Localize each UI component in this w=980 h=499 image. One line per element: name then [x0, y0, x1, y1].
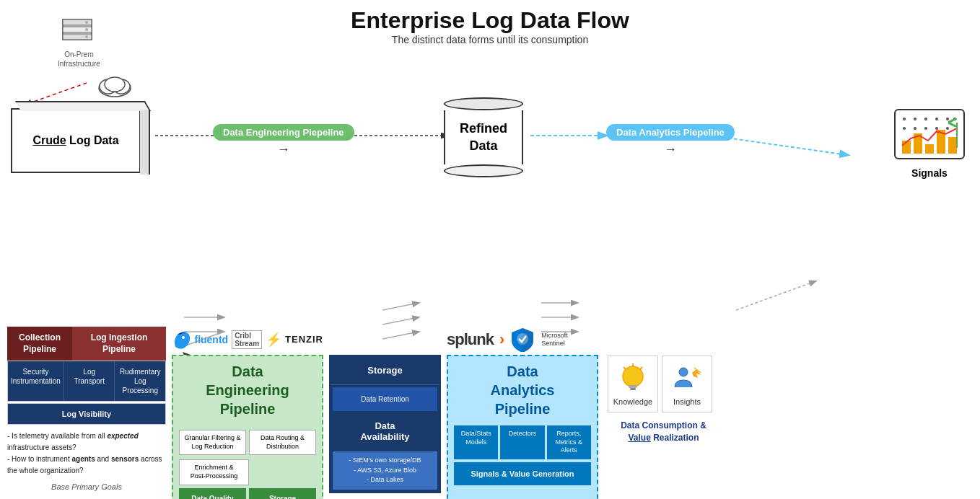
storage-availability-title: DataAvailability	[333, 413, 437, 449]
dap-panel: splunk › MicrosoftSentinel DataAnalytics…	[447, 327, 598, 499]
fluentd-icon	[172, 329, 191, 350]
crude-box-3d-right	[140, 110, 150, 175]
fluentd-label: fluentd	[194, 334, 228, 345]
cloud-icon	[95, 72, 135, 97]
dap-pipeline-text: Data Analytics Piepeline	[606, 124, 735, 141]
page: Enterprise Log Data Flow The distinct da…	[0, 0, 980, 499]
signals-section: Signals	[886, 108, 973, 179]
dap-models: Data/StatsModels	[454, 425, 498, 459]
sentinel-shield-icon	[510, 327, 535, 352]
cp-header-collection: CollectionPipeline	[7, 327, 72, 361]
on-prem-infra: On-PremInfrastructure	[58, 18, 100, 69]
svg-point-40	[946, 127, 949, 130]
signals-label: Signals	[886, 167, 973, 179]
dap-detectors: Detectors	[500, 425, 544, 459]
dep-quality: Data Quality	[179, 488, 246, 499]
cylinder-top-ellipse	[444, 97, 523, 110]
ki-footer: Data Consumption & Value Realization	[608, 420, 719, 444]
crude-suffix: Log Data	[66, 134, 119, 146]
svg-rect-43	[925, 144, 934, 154]
dep-enrichment: Enrichment &Post-Processing	[179, 459, 249, 485]
cp-cells-row: SecurityInstrumentation LogTransport Rud…	[7, 361, 166, 402]
dep-routing: Data Routing &Distribution	[249, 430, 316, 455]
dep-storage-opt: StorageOptimization	[249, 488, 316, 499]
dep-arrow-right: →	[277, 142, 290, 156]
svg-point-37	[914, 127, 916, 130]
svg-point-32	[924, 118, 927, 120]
svg-rect-51	[630, 388, 636, 390]
cp-notes: - Is telemetry available from all expect…	[7, 430, 166, 477]
svg-point-28	[105, 77, 125, 92]
svg-line-53	[640, 367, 642, 369]
dep-pipeline-label: Data Engineering Piepeline →	[213, 124, 354, 157]
sentinel-label: MicrosoftSentinel	[541, 332, 568, 348]
signals-chart-icon	[893, 108, 966, 162]
dep-granular: Granular Filtering &Log Reduction	[179, 430, 246, 455]
cp-log-visibility: Log Visibility	[7, 403, 166, 425]
dap-sub-row: Data/StatsModels Detectors Reports,Metri…	[454, 425, 591, 459]
ki-panel: Knowledge Insights Data Consumption &	[608, 327, 719, 444]
insights-card: Insights	[662, 356, 712, 412]
svg-rect-45	[948, 137, 957, 154]
knowledge-label: Knowledge	[612, 397, 654, 406]
cp-header-row: CollectionPipeline Log Ingestion Pipelin…	[7, 327, 166, 361]
cp-cell-transport: LogTransport	[64, 361, 115, 401]
svg-point-55	[679, 368, 688, 376]
svg-line-15	[736, 281, 815, 310]
dap-pipeline-label: Data Analytics Piepeline →	[606, 124, 735, 157]
on-prem-label: On-PremInfrastructure	[58, 50, 100, 69]
title-section: Enterprise Log Data Flow The distinct da…	[11, 7, 969, 45]
storage-top-label: Storage	[331, 356, 439, 385]
crude-box-wrapper: Crude Log Data	[11, 108, 141, 173]
storage-retention: Data Retention	[333, 387, 437, 411]
svg-point-48	[517, 333, 528, 345]
svg-point-34	[946, 118, 949, 120]
storage-panel: Storage Data Retention DataAvailability …	[329, 327, 441, 493]
dep-title: DataEngineeringPipeline	[206, 362, 289, 418]
svg-point-38	[924, 127, 927, 130]
svg-point-22	[85, 21, 88, 24]
server-icon	[59, 18, 99, 47]
dap-logo-row: splunk › MicrosoftSentinel	[447, 327, 598, 352]
dap-reports: Reports,Metrics &Alerts	[547, 425, 591, 459]
svg-point-39	[935, 127, 938, 130]
svg-point-33	[935, 118, 938, 120]
crude-box: Crude Log Data	[11, 108, 141, 173]
cp-cell-security: SecurityInstrumentation	[8, 361, 64, 401]
refined-cylinder: Refined Data	[444, 97, 523, 177]
storage-availability-items: - SIEM's own storage/DB - AWS S3, Azure …	[333, 451, 437, 490]
dep-main-box: DataEngineeringPipeline Granular Filteri…	[172, 355, 323, 499]
zap-icon: ⚡	[266, 332, 281, 348]
svg-point-35	[953, 118, 956, 120]
storage-main-box: Storage Data Retention DataAvailability …	[329, 355, 441, 493]
cp-header-ingestion: Log Ingestion Pipeline	[72, 327, 166, 361]
dep-panel: fluentd CriblStream ⚡ TENZIR DataEnginee…	[172, 327, 323, 499]
crude-box-label: Crude Log Data	[32, 133, 118, 149]
splunk-text: splunk	[447, 330, 494, 349]
cp-cell-rudimentary: RudimentaryLog Processing	[115, 361, 165, 401]
insights-label: Insights	[666, 397, 708, 406]
page-title: Enterprise Log Data Flow	[11, 7, 969, 34]
knowledge-card: Knowledge	[608, 356, 658, 412]
svg-line-10	[382, 317, 419, 324]
knowledge-icon	[615, 362, 651, 394]
dap-arrow-right: →	[664, 142, 677, 156]
dep-pipeline-text: Data Engineering Piepeline	[213, 124, 354, 141]
ki-footer-line3: Realization	[651, 433, 699, 443]
svg-point-31	[914, 118, 916, 120]
cribl-label: CriblStream	[232, 330, 262, 349]
ki-cards-row: Knowledge Insights	[608, 356, 719, 412]
svg-point-36	[903, 127, 906, 130]
refined-label: Refined Data	[460, 120, 507, 154]
dep-sub-row1: Granular Filtering &Log Reduction Data R…	[179, 430, 316, 455]
dap-signals-gen: Signals & Value Generation	[454, 462, 591, 485]
svg-point-49	[623, 366, 643, 387]
svg-line-9	[382, 303, 419, 310]
insights-icon	[669, 362, 705, 394]
svg-point-47	[182, 336, 185, 339]
svg-rect-50	[629, 385, 637, 388]
svg-point-24	[85, 35, 88, 38]
cylinder-body: Refined Data	[444, 110, 523, 164]
dap-title: DataAnalyticsPipeline	[454, 362, 591, 418]
dap-main-box: DataAnalyticsPipeline Data/StatsModels D…	[447, 355, 598, 499]
